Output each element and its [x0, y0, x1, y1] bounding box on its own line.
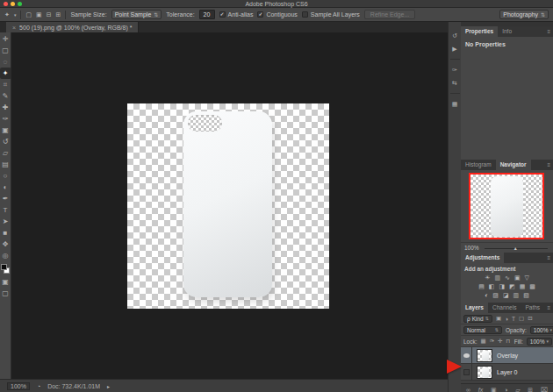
anti-alias-checkbox[interactable]: ✓	[219, 11, 226, 18]
sample-all-layers-checkbox[interactable]	[302, 11, 308, 18]
healing-brush-tool[interactable]: ✚	[0, 102, 11, 113]
shape-tool[interactable]: ■	[0, 227, 11, 239]
tab-info[interactable]: Info	[498, 26, 516, 37]
pen-tool[interactable]: ✒	[0, 193, 11, 204]
posterize-icon[interactable]: ▨	[492, 291, 499, 300]
filter-pixel-layers-icon[interactable]: ▣	[496, 315, 501, 322]
color-lookup-icon[interactable]: ▩	[529, 282, 535, 291]
gradient-map-icon[interactable]: ▥	[514, 291, 520, 300]
lock-all-icon[interactable]: ⊓	[506, 338, 511, 345]
lock-position-icon[interactable]: ✛	[498, 338, 502, 345]
layer-name[interactable]: Overlay	[497, 353, 518, 359]
color-balance-icon[interactable]: ◧	[489, 282, 495, 291]
eye-off-box[interactable]	[463, 369, 470, 375]
document-canvas[interactable]	[127, 103, 329, 309]
blend-mode-dropdown[interactable]: Normal ⇅	[463, 326, 502, 334]
magic-wand-tool[interactable]: ✦	[0, 68, 11, 79]
tab-channels[interactable]: Channels	[488, 303, 521, 313]
refine-edge-button[interactable]: Refine Edge...	[364, 10, 415, 19]
photo-filter-icon[interactable]: ◩	[509, 282, 515, 291]
foreground-color-swatch[interactable]	[1, 264, 7, 270]
lock-pixels-icon[interactable]: ✑	[490, 338, 494, 345]
marquee-tool[interactable]: ▢	[0, 45, 11, 56]
hue-saturation-icon[interactable]: ▤	[478, 282, 485, 291]
tab-properties[interactable]: Properties	[461, 26, 498, 37]
channel-mixer-icon[interactable]: ▦	[520, 282, 526, 291]
history-brush-tool[interactable]: ↺	[0, 136, 11, 147]
new-group-icon[interactable]: ▱	[515, 387, 520, 392]
status-options-arrow-icon[interactable]: ▸	[107, 383, 110, 389]
filter-adjustment-layers-icon[interactable]: ◑	[505, 316, 508, 322]
link-layers-icon[interactable]: ∞	[466, 387, 470, 392]
opacity-field[interactable]: 100% ▾	[530, 326, 553, 334]
zoom-level-field[interactable]: 100%	[7, 382, 30, 390]
fill-field[interactable]: 100% ▾	[527, 338, 552, 346]
layer-name[interactable]: Layer 0	[497, 369, 517, 375]
panel-menu-icon[interactable]: ≡	[547, 26, 553, 37]
type-tool[interactable]: T	[0, 204, 11, 216]
eraser-tool[interactable]: ▱	[0, 147, 11, 159]
selection-add-icon[interactable]: ▣	[36, 11, 42, 18]
tolerance-input[interactable]: 20	[199, 10, 215, 19]
contiguous-checkbox[interactable]: ✓	[257, 11, 263, 18]
new-adjustment-layer-icon[interactable]: ◑	[504, 387, 507, 392]
close-tab-icon[interactable]: ×	[12, 25, 16, 31]
lock-transparency-icon[interactable]: ▦	[481, 338, 486, 345]
hand-tool[interactable]: ✥	[0, 239, 11, 250]
quick-mask-button[interactable]: ▣	[0, 276, 11, 288]
tab-navigator[interactable]: Navigator	[496, 160, 531, 170]
clone-stamp-tool[interactable]: ▣	[0, 125, 11, 136]
tool-preset-caret-icon[interactable]: ▾	[14, 12, 17, 18]
gradient-tool[interactable]: ▤	[0, 159, 11, 170]
screen-mode-button[interactable]: ▢	[0, 288, 11, 299]
add-layer-mask-icon[interactable]: ▣	[491, 387, 497, 392]
sample-size-dropdown[interactable]: Point Sample ⇅	[111, 10, 162, 19]
tab-layers[interactable]: Layers	[461, 303, 488, 313]
move-tool[interactable]: ✛	[0, 33, 11, 45]
zoom-tool[interactable]: ◎	[0, 250, 11, 261]
layer-row-overlay[interactable]: Overlay	[461, 347, 553, 364]
tab-adjustments[interactable]: Adjustments	[461, 253, 504, 263]
invert-icon[interactable]: ◐	[485, 291, 488, 300]
eye-icon[interactable]	[463, 353, 470, 358]
new-layer-icon[interactable]: ⊞	[528, 387, 533, 392]
panel-menu-icon[interactable]: ≡	[547, 160, 553, 170]
tool-presets-panel-icon[interactable]: ▦	[449, 99, 461, 109]
threshold-icon[interactable]: ◪	[503, 291, 509, 300]
selection-intersect-icon[interactable]: ⊞	[56, 11, 61, 18]
slider-handle-icon[interactable]: ▲	[514, 246, 518, 251]
layer-visibility-cell[interactable]	[461, 364, 472, 381]
eyedropper-tool[interactable]: ✎	[0, 90, 11, 102]
vibrance-icon[interactable]: ▽	[525, 274, 529, 282]
selection-new-icon[interactable]: ▢	[25, 11, 32, 18]
navigator-zoom-field[interactable]: 100%	[464, 245, 479, 251]
document-tab[interactable]: × 500 (19).png @ 100% (Overlay, RGB/8) *	[6, 22, 139, 32]
navigator-preview[interactable]	[469, 173, 544, 239]
lasso-tool[interactable]: ◌	[0, 56, 11, 68]
path-selection-tool[interactable]: ➤	[0, 216, 11, 227]
layer-effects-icon[interactable]: fx	[478, 387, 483, 392]
dodge-tool[interactable]: ◐	[0, 182, 11, 193]
blur-tool[interactable]: ○	[0, 170, 11, 182]
selective-color-icon[interactable]: ▧	[523, 291, 529, 300]
tab-paths[interactable]: Paths	[521, 303, 544, 313]
magic-wand-tool-icon[interactable]: ✦	[4, 11, 10, 18]
navigator-zoom-slider[interactable]: ▲	[483, 245, 549, 252]
brightness-contrast-icon[interactable]: ☀	[485, 274, 490, 282]
layer-row-layer-0[interactable]: Layer 0	[461, 364, 553, 381]
filter-shape-layers-icon[interactable]: ▢	[519, 315, 524, 322]
brush-tool[interactable]: ✑	[0, 113, 11, 125]
panel-menu-icon[interactable]: ≡	[547, 303, 553, 313]
curves-icon[interactable]: ∿	[505, 274, 510, 282]
history-panel-icon[interactable]: ↺	[449, 31, 461, 40]
crop-tool[interactable]: ⌗	[0, 79, 11, 90]
panel-menu-icon[interactable]: ≡	[547, 253, 553, 263]
brush-panel-icon[interactable]: ✑	[449, 65, 461, 75]
levels-icon[interactable]: ▥	[494, 274, 500, 282]
delete-layer-icon[interactable]: ⌧	[541, 387, 548, 392]
selection-subtract-icon[interactable]: ⊟	[47, 11, 52, 18]
layer-filter-dropdown[interactable]: ρ Kind ⇅	[463, 315, 492, 323]
black-white-icon[interactable]: ◨	[499, 282, 505, 291]
filter-type-layers-icon[interactable]: T	[512, 316, 515, 322]
tab-histogram[interactable]: Histogram	[461, 160, 496, 170]
